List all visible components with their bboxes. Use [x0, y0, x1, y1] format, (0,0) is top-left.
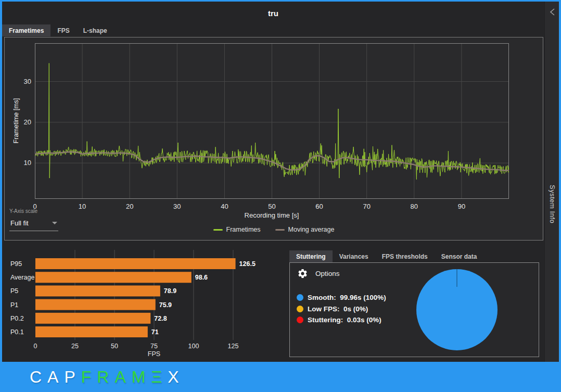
bar-value-label: 78.9 — [164, 287, 176, 295]
system-info-expander[interactable]: System Info — [544, 2, 559, 362]
legend-item-moving-average: Moving average — [275, 226, 335, 233]
stutter-legend-smooth: Smooth: 99.96s (100%) — [297, 292, 386, 304]
bar-category-label: P5 — [10, 287, 18, 295]
bar-x-tick: 75 — [150, 343, 158, 350]
logo-segment: FRAM — [81, 368, 151, 386]
bar-x-tick: 25 — [71, 343, 79, 350]
bar-category-label: P95 — [10, 260, 22, 268]
bar-p0-2[interactable] — [35, 313, 150, 324]
frametime-x-tick: 70 — [356, 203, 377, 210]
stutter-legend-text: Stuttering: 0.03s (0%) — [308, 316, 381, 324]
analysis-tab-variances[interactable]: Variances — [333, 250, 375, 262]
stutter-legend-low-fps: Low FPS: 0s (0%) — [297, 304, 386, 315]
bar-p95[interactable] — [35, 258, 236, 269]
chart-tab-bar: FrametimesFPSL-shape — [2, 24, 114, 36]
low-fps-dot-icon — [297, 306, 303, 312]
bar-p5[interactable] — [35, 285, 160, 296]
tab-fps[interactable]: FPS — [50, 24, 76, 36]
logo-segment: X — [168, 368, 184, 386]
moving-average-line-swatch — [275, 229, 285, 231]
bar-category-label: P1 — [10, 301, 18, 309]
chevron-left-icon[interactable] — [549, 8, 555, 16]
stuttering-legend: Smooth: 99.96s (100%)Low FPS: 0s (0%)Stu… — [297, 292, 386, 326]
bar-x-tick: 0 — [34, 343, 37, 350]
bar-category-label: Average — [10, 274, 34, 281]
system-info-label: System Info — [549, 185, 556, 223]
frametime-x-tick: 30 — [167, 203, 187, 210]
bar-x-tick: 100 — [188, 343, 199, 350]
frametime-plot[interactable] — [35, 43, 509, 199]
gear-icon — [297, 268, 308, 279]
frametime-y-tick: 10 — [10, 159, 31, 167]
fps-percentiles-chart[interactable]: P95126.5Average98.6P578.9P175.9P0.272.8P… — [4, 247, 285, 359]
options-label: Options — [315, 270, 340, 277]
frametime-y-axis-title: Frametime [ms] — [12, 98, 20, 144]
stuttering-panel: Options Smooth: 99.96s (100%)Low FPS: 0s… — [289, 262, 539, 357]
analysis-tab-bar: StutteringVariancesFPS thresholdsSensor … — [289, 250, 483, 262]
frametime-x-axis-title: Recording time [s] — [196, 211, 347, 219]
frametime-legend: Frametimes Moving average — [5, 226, 543, 233]
bar-value-label: 126.5 — [239, 260, 256, 268]
analysis-tab-stuttering[interactable]: Stuttering — [289, 250, 333, 262]
analysis-tab-fps-thresholds[interactable]: FPS thresholds — [375, 250, 435, 262]
stutter-legend-text: Smooth: 99.96s (100%) — [308, 294, 386, 301]
record-title: tru — [2, 2, 544, 24]
frametime-y-tick: 30 — [10, 78, 31, 85]
frametime-x-tick: 90 — [451, 203, 472, 210]
frametime-x-tick: 80 — [404, 203, 425, 210]
tab-l-shape[interactable]: L-shape — [76, 24, 114, 36]
stuttering-dot-icon — [297, 317, 303, 323]
stuttering-options-button[interactable]: Options — [297, 268, 340, 279]
bar-x-tick: 50 — [111, 343, 118, 350]
bar-value-label: 75.9 — [159, 301, 172, 309]
bar-category-label: P0.1 — [10, 328, 24, 336]
bar-value-label: 72.8 — [154, 315, 167, 322]
tab-frametimes[interactable]: Frametimes — [2, 24, 50, 36]
chevron-down-icon — [52, 222, 57, 224]
frametime-x-tick: 50 — [262, 203, 283, 210]
bar-p1[interactable] — [35, 299, 156, 310]
frametime-x-tick: 20 — [119, 203, 140, 210]
y-axis-scale-caption: Y-Axis scale — [9, 208, 58, 214]
smooth-dot-icon — [297, 294, 303, 301]
legend-item-frametimes: Frametimes — [213, 226, 261, 233]
frametimes-line-swatch — [213, 229, 223, 231]
frametime-chart-panel: 102030 0102030405060708090 Frametime [ms… — [4, 37, 543, 241]
frametimes-legend-label: Frametimes — [226, 226, 261, 233]
stutter-legend-text: Low FPS: 0s (0%) — [308, 305, 368, 313]
stutter-legend-stuttering: Stuttering: 0.03s (0%) — [297, 314, 386, 326]
logo-segment: CAP — [30, 368, 81, 386]
frametime-x-tick: 10 — [72, 203, 93, 210]
bar-p0-1[interactable] — [35, 326, 148, 337]
frametime-x-tick: 40 — [214, 203, 235, 210]
bar-value-label: 71 — [151, 328, 159, 336]
bar-value-label: 98.6 — [195, 274, 208, 281]
bar-x-axis-title: FPS — [148, 350, 160, 358]
logo-segment: Ξ — [151, 368, 168, 386]
capframex-logo: CAPFRAMΞX — [30, 368, 185, 387]
analysis-tab-sensor-data[interactable]: Sensor data — [435, 250, 484, 262]
stuttering-pie-chart — [416, 269, 498, 350]
bar-category-label: P0.2 — [10, 315, 24, 322]
bar-x-tick: 125 — [228, 343, 239, 350]
footer-bar: CAPFRAMΞX — [0, 362, 561, 392]
moving-average-legend-label: Moving average — [288, 226, 335, 233]
frametime-x-tick: 60 — [309, 203, 330, 210]
bar-average[interactable] — [35, 272, 192, 283]
record-title-text: tru — [268, 9, 278, 18]
